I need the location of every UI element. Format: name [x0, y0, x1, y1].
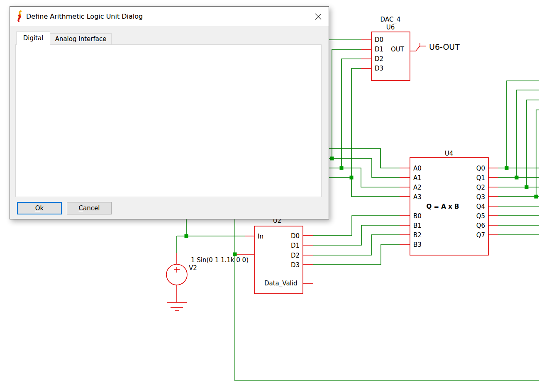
- u6-pin-label: D0: [375, 36, 383, 44]
- u6-pin-label: D1: [375, 46, 383, 53]
- u6-type-label: DAC_4: [380, 16, 401, 24]
- v2-value-label: 1 Sin(0 1 1.1k 0 0): [191, 256, 249, 264]
- tab-page-digital: [15, 44, 322, 197]
- u4-pin-label: B3: [413, 241, 422, 248]
- wire-q2-branch: [527, 100, 539, 187]
- v2-component[interactable]: [166, 253, 187, 311]
- wire-b3: [313, 244, 400, 265]
- terminal-symbol: [420, 43, 426, 46]
- application-window: DAC_4 U6 D0 D1 D2 D3 OUT U6-OUT U4 A0 A1…: [0, 0, 539, 392]
- wire-q0-branch: [507, 81, 539, 168]
- u4-pin-label: Q7: [476, 231, 485, 239]
- u4-pin-label: B2: [413, 231, 422, 239]
- u4-pin-label: A2: [413, 184, 422, 191]
- app-logo-icon: [15, 10, 24, 22]
- wire-q3-branch: [536, 110, 539, 197]
- dialog-title: Define Arithmetic Logic Unit Dialog: [26, 7, 143, 26]
- wire-b1: [313, 225, 400, 245]
- junction-dot: [505, 166, 509, 170]
- tab-analog-interface[interactable]: Analog Interface: [50, 33, 112, 45]
- junction-dot: [340, 166, 344, 170]
- wire-u6-d3: [351, 68, 361, 178]
- tab-digital[interactable]: Digital: [16, 32, 50, 45]
- v2-ref-label: V2: [189, 264, 197, 272]
- wire-u6-d1: [332, 49, 361, 158]
- u4-pin-label: A1: [413, 174, 422, 182]
- u4-pin-label: Q1: [476, 174, 485, 182]
- close-icon[interactable]: [314, 12, 322, 21]
- junction-dot: [233, 253, 237, 256]
- alu-dialog: Define Arithmetic Logic Unit Dialog Digi…: [10, 6, 329, 219]
- u6-out-net-label: U6-OUT: [429, 42, 460, 51]
- junction-dot: [330, 157, 334, 161]
- u4-pin-label: Q4: [476, 203, 485, 210]
- u4-function-label: Q = A x B: [427, 203, 459, 210]
- u4-pin-label: Q5: [476, 212, 485, 220]
- junction-dot: [525, 185, 529, 189]
- u4-pin-label: Q3: [476, 193, 485, 201]
- ok-button[interactable]: Ok: [17, 202, 62, 214]
- u4-ref-label: U4: [445, 150, 454, 157]
- u4-pin-label: Q2: [476, 184, 485, 191]
- u2-pin-label: D0: [291, 232, 300, 240]
- u6-pin-label: D3: [375, 65, 383, 72]
- dialog-titlebar[interactable]: Define Arithmetic Logic Unit Dialog: [10, 7, 329, 26]
- ground-icon: [167, 302, 187, 311]
- u6-pin-label: D2: [375, 55, 383, 63]
- u6-ref-label: U6: [386, 24, 395, 31]
- u4-pin-label: Q6: [476, 222, 485, 229]
- u2-pin-label: D3: [291, 261, 300, 269]
- junction-dot: [185, 234, 188, 238]
- u4-pin-label: A3: [413, 193, 422, 201]
- junction-dot: [534, 195, 538, 199]
- u4-pin-label: B0: [413, 212, 422, 220]
- u4-pin-label: B1: [413, 222, 422, 229]
- u4-pin-label: A0: [413, 165, 422, 172]
- u2-pin-label: In: [258, 233, 263, 240]
- u2-pin-label: D2: [291, 252, 300, 259]
- cancel-button[interactable]: Cancel: [67, 202, 112, 214]
- junction-dot: [515, 176, 519, 180]
- junction-dot: [350, 176, 354, 180]
- wire-q1-branch: [517, 90, 539, 178]
- u6-out-pin-label: OUT: [391, 46, 405, 53]
- u4-pin-label: Q0: [476, 165, 485, 172]
- u2-pin-label: D1: [291, 242, 300, 249]
- u2-pin-label: Data_Valid: [264, 280, 297, 287]
